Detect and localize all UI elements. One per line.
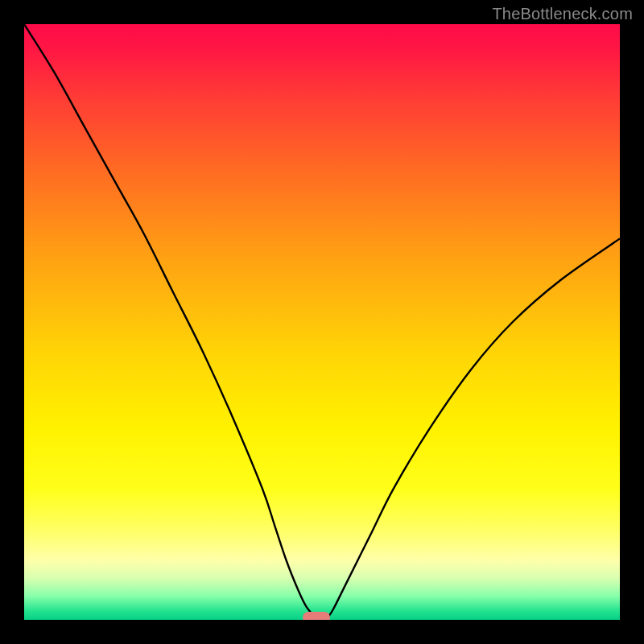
watermark-text: TheBottleneck.com — [492, 5, 633, 23]
curve-path — [24, 24, 620, 618]
optimal-point-marker — [303, 612, 330, 620]
chart-container: TheBottleneck.com — [0, 0, 644, 644]
bottleneck-curve — [24, 24, 620, 620]
plot-area — [24, 24, 620, 620]
